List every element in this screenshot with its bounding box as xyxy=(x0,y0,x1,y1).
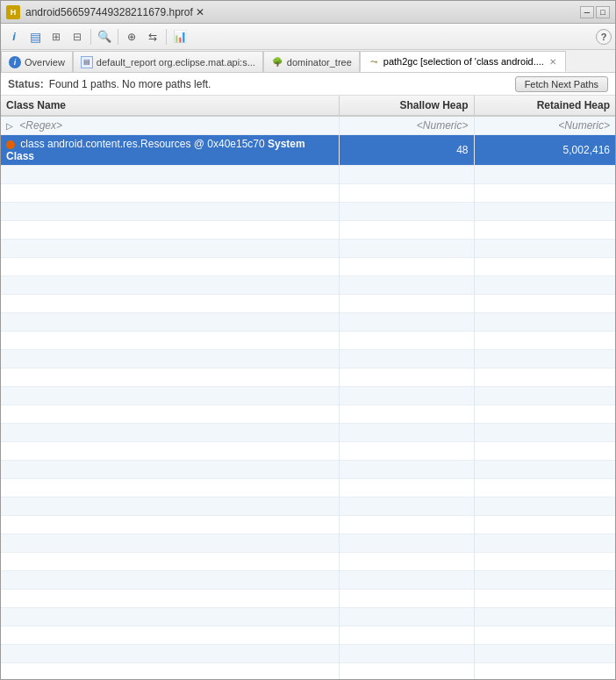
table-row xyxy=(1,516,615,534)
table-row xyxy=(1,184,615,203)
table-row xyxy=(1,461,615,479)
table-row xyxy=(1,590,615,608)
tab-path2gc[interactable]: ⤳ path2gc [selection of 'class android..… xyxy=(360,51,566,72)
table-row xyxy=(1,405,615,424)
regex-shallow: <Numeric> xyxy=(417,119,469,132)
inspector-button[interactable]: ⊟ xyxy=(68,27,87,47)
snapshot-icon: ⊕ xyxy=(127,31,136,43)
table-row xyxy=(1,166,615,184)
table-row xyxy=(1,295,615,313)
separator-2 xyxy=(118,29,118,45)
table-row xyxy=(1,332,615,350)
tab-report-icon: ▤ xyxy=(81,56,93,68)
table-container: Class Name Shallow Heap Retained Heap ▷ … xyxy=(1,96,615,679)
title-bar-controls: ─ □ xyxy=(580,6,610,18)
info-button[interactable]: i xyxy=(4,27,24,47)
status-message: Found 1 paths. No more paths left. xyxy=(49,78,211,90)
table-row[interactable]: ▷ <Regex> <Numeric> <Numeric> xyxy=(1,116,615,135)
table-row xyxy=(1,203,615,221)
table-row xyxy=(1,608,615,626)
table-row xyxy=(1,424,615,442)
regex-label: <Regex> xyxy=(19,119,62,132)
table-row xyxy=(1,663,615,680)
window-title: android566597449328211679.hprof ✕ xyxy=(25,6,204,18)
tab-overview-label: Overview xyxy=(25,57,65,68)
cell-shallow-heap: <Numeric> xyxy=(339,116,474,135)
table-row xyxy=(1,645,615,663)
table-row xyxy=(1,313,615,332)
regex-retained: <Numeric> xyxy=(558,119,610,132)
table-row xyxy=(1,571,615,590)
status-bar: Status: Found 1 paths. No more paths lef… xyxy=(1,73,615,96)
tab-overview[interactable]: i Overview xyxy=(1,51,73,72)
table-row xyxy=(1,479,615,497)
data-table: Class Name Shallow Heap Retained Heap ▷ … xyxy=(1,96,615,679)
help-button[interactable]: ? xyxy=(596,29,612,45)
table-row[interactable]: class android.content.res.Resources @ 0x… xyxy=(1,135,615,166)
separator-3 xyxy=(166,29,167,45)
column-header-shallow-heap: Shallow Heap xyxy=(339,96,474,116)
objects-icon: ⊞ xyxy=(52,31,61,43)
histogram-button[interactable]: ▤ xyxy=(25,27,45,47)
tab-dominator-tree[interactable]: 🌳 dominator_tree xyxy=(263,51,360,72)
title-bar: H android566597449328211679.hprof ✕ ─ □ xyxy=(1,1,615,24)
table-header-row: Class Name Shallow Heap Retained Heap xyxy=(1,96,615,116)
window-icon: H xyxy=(6,5,20,19)
tab-bar: i Overview ▤ default_report org.eclipse.… xyxy=(1,50,615,73)
toolbar: i ▤ ⊞ ⊟ 🔍 ⊕ ⇆ 📊 ? xyxy=(1,24,615,50)
tab-report-label: default_report org.eclipse.mat.api:s... xyxy=(97,57,255,68)
status-left: Status: Found 1 paths. No more paths lef… xyxy=(8,78,211,90)
table-row xyxy=(1,626,615,645)
cell-shallow-heap-selected: 48 xyxy=(339,135,474,166)
table-row xyxy=(1,369,615,387)
table-row xyxy=(1,534,615,553)
search-button[interactable]: 🔍 xyxy=(95,27,114,47)
column-header-retained-heap: Retained Heap xyxy=(474,96,615,116)
column-header-class-name: Class Name xyxy=(1,96,339,116)
separator-1 xyxy=(90,29,91,45)
histogram-icon: ▤ xyxy=(30,30,41,44)
reports-button[interactable]: 📊 xyxy=(170,27,190,47)
table-row xyxy=(1,258,615,276)
tab-tree-icon: 🌳 xyxy=(271,56,283,68)
compare-button[interactable]: ⇆ xyxy=(143,27,162,47)
fetch-next-paths-button[interactable]: Fetch Next Paths xyxy=(515,76,608,92)
maximize-button[interactable]: □ xyxy=(596,6,610,18)
class-name-prefix: class android.content.res.Resources @ 0x… xyxy=(20,138,268,150)
tab-default-report[interactable]: ▤ default_report org.eclipse.mat.api:s..… xyxy=(73,51,263,72)
status-label: Status: xyxy=(8,78,44,90)
inspector-icon: ⊟ xyxy=(73,31,82,43)
cell-retained-heap: <Numeric> xyxy=(474,116,615,135)
search-icon: 🔍 xyxy=(97,30,111,43)
tab-tree-label: dominator_tree xyxy=(287,57,352,68)
cell-class-name-selected: class android.content.res.Resources @ 0x… xyxy=(1,135,339,166)
table-row xyxy=(1,276,615,295)
class-icon xyxy=(6,140,15,149)
table-row xyxy=(1,553,615,571)
cell-class-name: ▷ <Regex> xyxy=(1,116,339,135)
table-row xyxy=(1,442,615,461)
minimize-button[interactable]: ─ xyxy=(580,6,594,18)
tab-path-icon: ⤳ xyxy=(368,55,380,68)
compare-icon: ⇆ xyxy=(148,31,157,43)
regex-expand-icon: ▷ xyxy=(6,121,13,131)
main-window: H android566597449328211679.hprof ✕ ─ □ … xyxy=(0,0,616,680)
tab-path-close[interactable]: ✕ xyxy=(548,56,558,67)
snapshot-button[interactable]: ⊕ xyxy=(122,27,141,47)
table-row xyxy=(1,221,615,240)
objects-button[interactable]: ⊞ xyxy=(47,27,66,47)
table-body: ▷ <Regex> <Numeric> <Numeric> class andr… xyxy=(1,116,615,679)
info-icon: i xyxy=(12,30,16,43)
table-row xyxy=(1,497,615,516)
title-bar-left: H android566597449328211679.hprof ✕ xyxy=(6,5,204,19)
tab-overview-icon: i xyxy=(9,56,21,68)
table-row xyxy=(1,387,615,405)
tab-path-label: path2gc [selection of 'class android.... xyxy=(383,56,544,67)
table-row xyxy=(1,350,615,369)
table-row xyxy=(1,240,615,258)
reports-icon: 📊 xyxy=(173,30,187,43)
cell-retained-heap-selected: 5,002,416 xyxy=(474,135,615,166)
